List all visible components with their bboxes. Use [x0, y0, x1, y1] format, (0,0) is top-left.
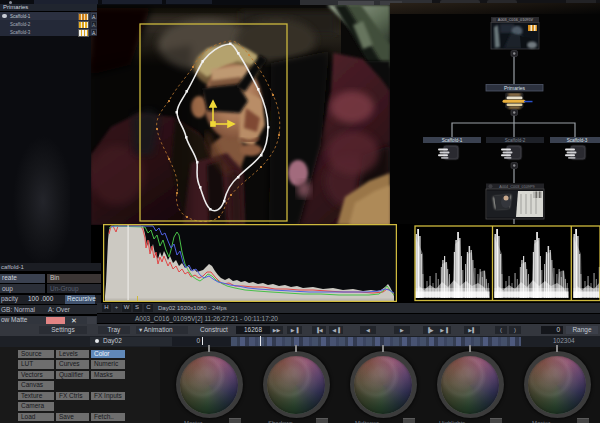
svg-text:Scaffold-2: Scaffold-2: [505, 138, 526, 143]
svg-text:A004_C003_0109P9: A004_C003_0109P9: [499, 185, 534, 189]
svg-text:Scaffold-3: Scaffold-3: [567, 138, 588, 143]
svg-text:Primaries: Primaries: [504, 85, 526, 91]
svg-text:A003_C016_01095V: A003_C016_01095V: [498, 18, 534, 22]
svg-text:Scaffold-1: Scaffold-1: [442, 138, 463, 143]
